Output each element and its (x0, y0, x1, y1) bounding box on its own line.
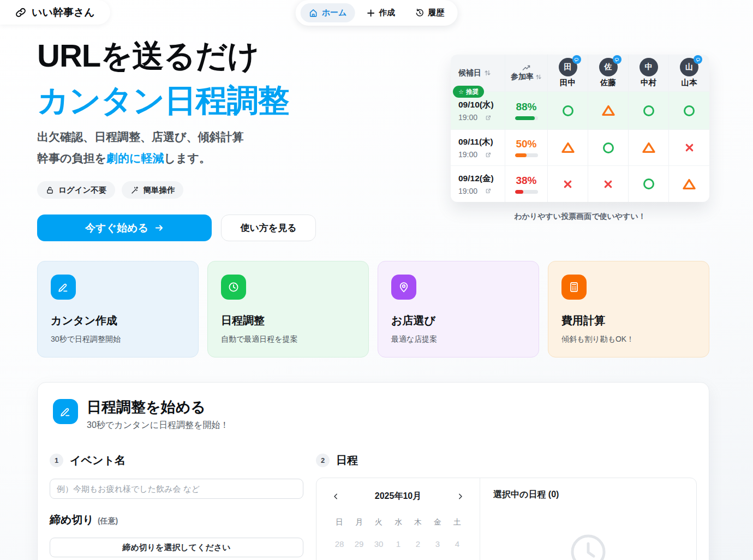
rate-progress-bar (515, 116, 538, 120)
feature-title: カンタン作成 (51, 313, 185, 328)
vote-no-icon (563, 180, 572, 189)
app-logo[interactable]: いい幹事さん (0, 0, 110, 25)
avatar: 中 (640, 58, 658, 76)
participation-rate: 88% (516, 101, 536, 113)
hero-subtitle-highlight: 劇的に軽減 (106, 152, 164, 164)
vote-cell (588, 92, 629, 130)
comment-bubble-icon (572, 55, 581, 64)
calendar-date-row: 2829301234 (330, 537, 467, 551)
vote-table: 候補日 参加率 田 田中 (451, 55, 709, 202)
member-name: 田中 (560, 78, 576, 88)
member-column-yamamoto: 山 山本 (669, 55, 709, 92)
pen-icon (53, 399, 78, 424)
how-to-use-button[interactable]: 使い方を見る (221, 215, 316, 241)
hero-title-line1: URLを送るだけ (37, 38, 259, 73)
step-number-2: 2 (316, 454, 330, 467)
hero-subtitle-line1: 出欠確認、日程調整、店選び、傾斜計算 (37, 130, 244, 143)
start-scheduling-section: 日程調整を始める 30秒でカンタンに日程調整を開始！ 1 イベント名 締め切り(… (37, 382, 709, 560)
chevron-right-icon[interactable] (455, 490, 467, 502)
member-column-nakamura: 中 中村 (629, 55, 669, 92)
vote-cell (629, 166, 669, 202)
feature-card-cost: 費用計算 傾斜も割り勘もOK！ (548, 261, 709, 358)
member-name: 山本 (682, 78, 697, 88)
vote-cell (548, 130, 588, 166)
vote-cell (629, 130, 669, 166)
calendar-date[interactable]: 2 (408, 537, 428, 551)
tab-history[interactable]: 履歴 (407, 3, 452, 22)
candidate-date: 09/12(金) (458, 173, 494, 184)
candidate-date: 09/11(木) (458, 136, 493, 148)
vote-cell (629, 92, 669, 130)
calendar-date[interactable]: 1 (389, 537, 408, 551)
calendar-weekday-row: 日月火水木金土 (330, 516, 467, 528)
calendar-card: 2025年10月 日月火水木金土 2829301234 選択中の日程 (0) (316, 478, 697, 560)
comment-bubble-icon (694, 55, 702, 64)
feature-title: 日程調整 (221, 313, 355, 328)
calendar-weekday: 土 (447, 516, 467, 528)
selected-dates-label: 選択中の日程 (0) (493, 489, 683, 501)
feature-card-restaurant: お店選び 最適な店提案 (378, 261, 539, 358)
col-date-label: 候補日 (458, 68, 481, 78)
calendar-date[interactable]: 30 (369, 537, 389, 551)
member-name: 佐藤 (600, 78, 616, 88)
tab-home-label: ホーム (322, 8, 347, 18)
feature-title: 費用計算 (561, 313, 696, 328)
calendar: 2025年10月 日月火水木金土 2829301234 (316, 478, 480, 560)
brand-name: いい幹事さん (32, 5, 95, 20)
vote-cell (669, 130, 709, 166)
participation-rate: 50% (516, 138, 536, 150)
feature-desc: 30秒で日程調整開始 (51, 335, 185, 344)
vote-cell (588, 166, 629, 202)
candidate-date: 09/10(水) (458, 99, 494, 111)
rate-progress-bar (515, 153, 538, 157)
vote-table-header-rate[interactable]: 参加率 (505, 55, 548, 92)
vote-cell (548, 166, 588, 202)
calendar-date[interactable]: 28 (330, 537, 349, 551)
vote-maybe-icon (682, 178, 696, 190)
pen-icon (51, 275, 76, 300)
recommended-label: 推奨 (466, 88, 479, 96)
deadline-label: 締め切り(任意) (50, 513, 303, 527)
feature-card-schedule: 日程調整 自動で最適日程を提案 (207, 261, 369, 358)
hero-badges: ログイン不要 簡単操作 (37, 181, 183, 199)
feature-desc: 傾斜も割り勘もOK！ (561, 335, 696, 344)
feature-desc: 最適な店提案 (391, 335, 525, 344)
tab-create[interactable]: 作成 (358, 3, 403, 22)
participation-rate-cell: 88% (505, 92, 548, 130)
start-now-button[interactable]: 今すぐ始める (37, 215, 212, 241)
candidate-time: 19:00 (458, 113, 477, 122)
calendar-weekday: 木 (408, 516, 428, 528)
external-link-icon[interactable] (485, 151, 492, 158)
hero-subtitle: 出欠確認、日程調整、店選び、傾斜計算幹事の負担を劇的に軽減します。 (37, 126, 244, 169)
feature-title: お店選び (391, 313, 525, 328)
badge-easy-operation: 簡単操作 (122, 181, 183, 199)
member-column-sato: 佐 佐藤 (588, 55, 629, 92)
calendar-date[interactable]: 29 (349, 537, 369, 551)
star-icon: ☆ (458, 89, 464, 95)
calendar-date[interactable]: 3 (428, 537, 447, 551)
event-name-input[interactable] (50, 479, 303, 499)
feature-desc: 自動で最適日程を提案 (221, 335, 355, 344)
tab-home[interactable]: ホーム (301, 3, 355, 22)
home-icon (309, 8, 318, 17)
vote-no-icon (685, 143, 694, 152)
vote-cell (548, 92, 588, 130)
cta-row: 今すぐ始める 使い方を見る (37, 215, 316, 241)
hero-subtitle-line2-suffix: します。 (164, 152, 210, 164)
external-link-icon[interactable] (485, 114, 492, 121)
deadline-optional-label: (任意) (98, 516, 118, 525)
calendar-weekday: 金 (428, 516, 447, 528)
deadline-select-button[interactable]: 締め切りを選択してください (50, 538, 303, 557)
badge-no-login: ログイン不要 (37, 181, 115, 199)
tab-history-label: 履歴 (428, 8, 444, 18)
event-name-label: イベント名 (70, 453, 125, 468)
vote-maybe-icon (642, 141, 656, 154)
vote-cell (669, 166, 709, 202)
chevron-left-icon[interactable] (330, 490, 342, 502)
external-link-icon[interactable] (485, 187, 492, 194)
candidate-time: 19:00 (458, 187, 477, 195)
calendar-date[interactable]: 4 (447, 537, 467, 551)
vote-yes-icon (563, 105, 573, 116)
rate-progress-bar (515, 190, 538, 194)
selected-dates-pane: 選択中の日程 (0) (480, 478, 696, 560)
